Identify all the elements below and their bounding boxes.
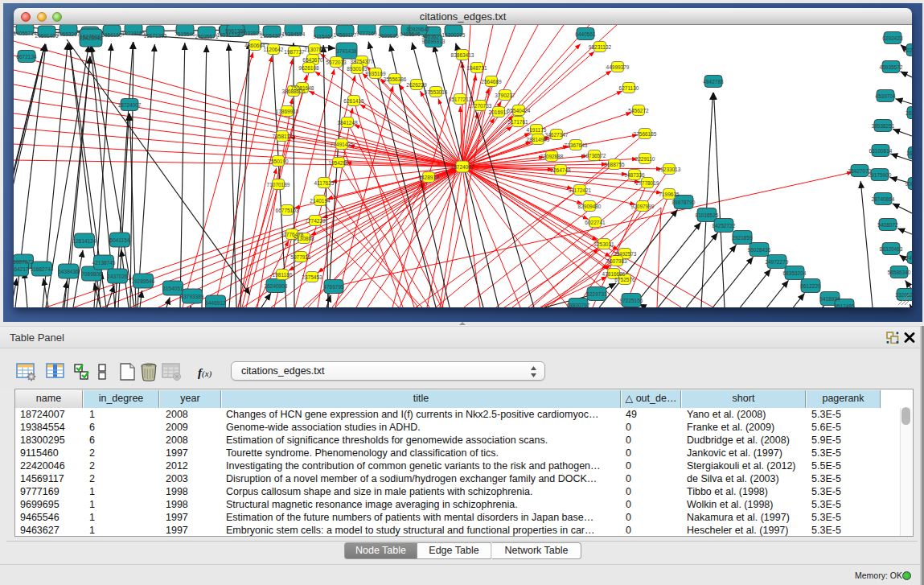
svg-text:71367643: 71367643: [565, 142, 588, 148]
svg-text:5171761: 5171761: [507, 119, 528, 125]
svg-text:28814949: 28814949: [527, 137, 550, 142]
svg-text:6007072: 6007072: [14, 259, 34, 265]
svg-text:24035571: 24035571: [195, 34, 219, 39]
svg-text:6229731: 6229731: [586, 291, 607, 297]
svg-text:6543670: 6543670: [302, 57, 323, 63]
svg-text:26240908: 26240908: [265, 283, 288, 289]
svg-text:22201654: 22201654: [904, 47, 912, 53]
svg-text:2130789: 2130789: [304, 47, 325, 52]
svg-text:1841248: 1841248: [337, 120, 358, 126]
svg-text:5446912: 5446912: [205, 300, 226, 306]
svg-text:83793389: 83793389: [181, 294, 204, 299]
svg-text:45935572: 45935572: [880, 64, 903, 70]
svg-text:6271130: 6271130: [619, 85, 639, 91]
svg-text:7358113: 7358113: [273, 134, 293, 139]
svg-text:18300295: 18300295: [442, 32, 466, 38]
svg-text:95899313: 95899313: [422, 39, 446, 44]
svg-text:98231132: 98231132: [589, 44, 612, 50]
svg-text:3684052: 3684052: [906, 150, 912, 156]
svg-text:82909480: 82909480: [578, 204, 602, 209]
svg-text:88320463: 88320463: [880, 246, 903, 252]
svg-text:19384554: 19384554: [282, 31, 306, 37]
svg-text:10653267: 10653267: [57, 31, 80, 37]
svg-text:5977931: 5977931: [290, 254, 311, 260]
svg-text:28740864: 28740864: [872, 196, 895, 202]
svg-text:27778019: 27778019: [636, 180, 659, 186]
svg-text:68353204: 68353204: [783, 270, 807, 276]
svg-text:65177213: 65177213: [449, 97, 472, 102]
svg-text:66775103: 66775103: [276, 208, 299, 213]
svg-text:7199635: 7199635: [659, 192, 680, 197]
svg-text:6022741: 6022741: [585, 220, 606, 225]
svg-text:57553014: 57553014: [425, 89, 448, 95]
svg-text:63100814: 63100814: [869, 148, 893, 154]
svg-text:25492573: 25492573: [614, 251, 637, 257]
svg-text:19289546: 19289546: [132, 278, 155, 284]
svg-text:21054307: 21054307: [261, 33, 284, 39]
svg-text:92097999: 92097999: [631, 204, 655, 209]
svg-text:42138745: 42138745: [92, 260, 116, 266]
svg-text:2839607: 2839607: [906, 110, 912, 116]
svg-text:2437026: 2437026: [107, 274, 128, 279]
svg-text:38754377: 38754377: [351, 59, 374, 64]
svg-text:19233013: 19233013: [658, 167, 681, 172]
svg-text:5130808: 5130808: [294, 236, 314, 241]
svg-text:38427073: 38427073: [848, 168, 872, 174]
svg-text:10719155: 10719155: [122, 31, 146, 36]
svg-text:81016525: 81016525: [696, 212, 719, 218]
svg-text:2921859: 2921859: [732, 235, 753, 241]
svg-text:31172421: 31172421: [569, 187, 592, 193]
svg-text:5041154: 5041154: [110, 237, 130, 243]
svg-text:1848731: 1848731: [466, 65, 487, 71]
svg-text:6292423: 6292423: [882, 35, 903, 41]
svg-text:20691406: 20691406: [35, 33, 59, 39]
svg-text:2626229: 2626229: [406, 82, 427, 88]
svg-text:3790237: 3790237: [495, 93, 515, 98]
svg-text:44999379: 44999379: [606, 64, 630, 70]
svg-text:1987737: 1987737: [284, 49, 305, 55]
svg-text:18724007: 18724007: [118, 102, 142, 108]
svg-text:34627347: 34627347: [545, 132, 569, 138]
svg-text:90048665: 90048665: [906, 181, 912, 187]
svg-text:27566185: 27566185: [634, 131, 657, 137]
svg-text:12614124: 12614124: [73, 238, 97, 244]
svg-text:6438436: 6438436: [58, 269, 79, 274]
svg-text:9626108: 9626108: [298, 65, 319, 71]
svg-text:9777169: 9777169: [356, 31, 377, 36]
svg-text:3741438: 3741438: [336, 48, 357, 54]
svg-text:7089806: 7089806: [81, 271, 102, 277]
svg-text:2564689: 2564689: [481, 79, 502, 84]
svg-text:(x): (x): [202, 369, 212, 379]
svg-text:77491435: 77491435: [331, 142, 354, 147]
svg-text:3253031: 3253031: [593, 241, 614, 247]
svg-text:14055714: 14055714: [14, 31, 37, 36]
svg-text:4860684: 4860684: [244, 43, 265, 48]
svg-text:6261415: 6261415: [343, 98, 364, 104]
svg-text:71070189: 71070189: [267, 182, 290, 187]
svg-text:9699695: 9699695: [378, 33, 399, 39]
svg-text:96028436: 96028436: [748, 247, 771, 253]
svg-text:8935169: 8935169: [365, 71, 386, 76]
svg-text:5408072: 5408072: [877, 222, 898, 228]
svg-text:55540424: 55540424: [507, 108, 531, 113]
svg-text:7455324: 7455324: [906, 255, 912, 261]
svg-text:9517485: 9517485: [834, 303, 855, 308]
svg-text:8688755: 8688755: [604, 162, 625, 167]
svg-text:68800797: 68800797: [567, 303, 590, 308]
svg-text:22420046: 22420046: [80, 35, 103, 41]
svg-text:17869910: 17869910: [276, 109, 299, 114]
svg-text:5672073: 5672073: [326, 60, 347, 65]
svg-text:4191175: 4191175: [527, 127, 547, 133]
svg-text:8612220: 8612220: [800, 283, 821, 289]
svg-text:1954280: 1954280: [328, 160, 349, 166]
svg-text:5456272: 5456272: [628, 108, 649, 113]
svg-text:4117625: 4117625: [314, 180, 335, 186]
svg-text:38688676: 38688676: [282, 89, 306, 94]
svg-text:3564217: 3564217: [14, 266, 29, 272]
svg-text:2264748: 2264748: [550, 167, 571, 173]
svg-text:97225156: 97225156: [620, 298, 643, 303]
svg-text:7550190: 7550190: [268, 159, 289, 164]
svg-text:38538251: 38538251: [872, 123, 895, 129]
svg-text:3607983: 3607983: [606, 258, 627, 264]
svg-text:35556386: 35556386: [384, 76, 407, 82]
